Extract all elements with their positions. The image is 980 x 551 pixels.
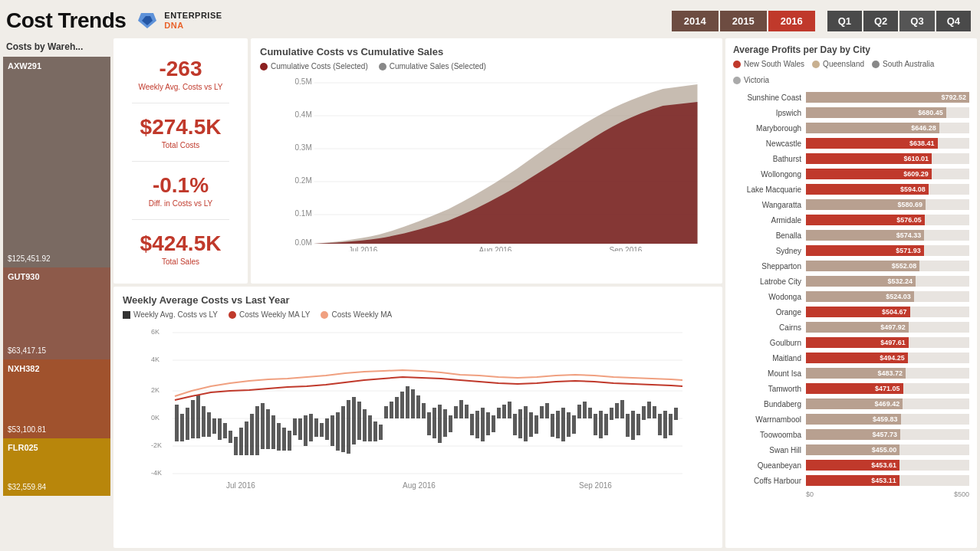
bar-row: Bathurst $610.01 <box>733 152 969 166</box>
quarter-btn-Q2[interactable]: Q2 <box>863 11 898 31</box>
warehouse-item-nxh382[interactable]: NXH382 $53,100.81 <box>3 359 110 438</box>
bar-fill: $469.42 <box>806 398 903 409</box>
svg-rect-116 <box>636 414 640 435</box>
svg-rect-50 <box>288 431 291 451</box>
svg-text:Aug 2016: Aug 2016 <box>479 246 512 251</box>
bar-fill: $680.45 <box>806 107 946 118</box>
svg-rect-44 <box>255 406 259 455</box>
bar-fill: $453.61 <box>806 460 899 471</box>
bar-track: $457.73 <box>806 429 969 440</box>
bar-row: Warrnambool $459.83 <box>733 412 969 426</box>
bar-track: $455.00 <box>806 444 969 455</box>
warehouse-item-axw291[interactable]: AXW291 $125,451.92 <box>3 57 110 267</box>
svg-text:0.0M: 0.0M <box>295 238 312 247</box>
bar-row: Wodonga $524.03 <box>733 290 969 303</box>
quarter-filter[interactable]: Q1Q2Q3Q4 <box>827 11 971 31</box>
svg-rect-88 <box>486 412 490 435</box>
svg-text:-2K: -2K <box>151 441 162 449</box>
kpi-total-costs-label: Total Costs <box>140 141 222 149</box>
quarter-btn-Q4[interactable]: Q4 <box>936 11 971 31</box>
kpi-panel: -263 Weekly Avg. Costs vs LY $274.5K Tot… <box>113 38 248 284</box>
bar-track: $594.08 <box>806 184 969 195</box>
bar-row: Bundaberg $469.42 <box>733 397 969 411</box>
svg-rect-78 <box>432 408 436 438</box>
svg-rect-59 <box>331 415 334 446</box>
svg-text:Aug 2016: Aug 2016 <box>403 481 436 490</box>
year-filter[interactable]: 201420152016 <box>672 11 815 31</box>
bar-track: $532.24 <box>806 276 969 287</box>
bar-city-label: Warrnambool <box>733 415 806 424</box>
bar-track: $497.61 <box>806 337 969 348</box>
bar-city-label: Shepparton <box>733 262 806 271</box>
svg-text:0.4M: 0.4M <box>295 110 312 119</box>
bar-row: Benalla $574.33 <box>733 228 969 242</box>
kpi-total-sales: $424.5K Total Sales <box>140 231 222 266</box>
svg-rect-103 <box>567 412 571 437</box>
bar-city-label: Swan Hill <box>733 446 806 454</box>
svg-rect-94 <box>518 409 522 438</box>
year-btn-2016[interactable]: 2016 <box>768 11 815 31</box>
svg-rect-66 <box>368 415 372 441</box>
svg-rect-112 <box>615 403 619 418</box>
kpi-diff-label: Diff. in Costs vs LY <box>149 199 213 208</box>
svg-rect-30 <box>180 414 184 441</box>
svg-rect-108 <box>594 414 597 435</box>
bar-fill: $552.08 <box>806 261 919 271</box>
svg-rect-39 <box>229 431 232 443</box>
header-left: Cost Trends ENTERPRISE DNA <box>6 8 222 33</box>
bar-row: Latrobe City $532.24 <box>733 274 969 288</box>
legend-item: Weekly Avg. Costs vs LY <box>123 310 218 319</box>
center-top: -263 Weekly Avg. Costs vs LY $274.5K Tot… <box>113 38 722 284</box>
svg-text:6K: 6K <box>151 328 159 336</box>
warehouse-item-gut930[interactable]: GUT930 $63,417.15 <box>3 267 110 359</box>
legend-label: Cumulative Sales (Selected) <box>390 62 486 71</box>
bar-row: Maryborough $646.28 <box>733 121 969 135</box>
legend-label: Queensland <box>823 60 864 68</box>
app-title: Cost Trends <box>6 8 126 33</box>
svg-rect-81 <box>449 415 452 432</box>
legend-label: South Australia <box>883 60 934 68</box>
svg-rect-43 <box>250 414 254 455</box>
bar-row: Ipswich $680.45 <box>733 106 969 120</box>
sidebar: Costs by Wareh... AXW291 $125,451.92GUT9… <box>3 38 110 548</box>
bar-track: $524.03 <box>806 291 969 302</box>
bar-fill: $594.08 <box>806 184 929 195</box>
svg-rect-99 <box>545 403 549 418</box>
svg-rect-92 <box>508 402 511 418</box>
weekly-chart-area: 6K 4K 2K 0K -2K -4K <box>123 323 713 494</box>
svg-rect-110 <box>604 414 608 435</box>
legend-label: Weekly Avg. Costs vs LY <box>133 310 218 319</box>
svg-rect-111 <box>610 408 613 420</box>
svg-rect-55 <box>309 414 313 441</box>
svg-rect-74 <box>411 389 415 418</box>
quarter-btn-Q3[interactable]: Q3 <box>899 11 934 31</box>
enterprise-dna-icon <box>135 10 159 31</box>
legend-item: Costs Weekly MA LY <box>229 310 310 319</box>
weekly-chart-legend: Weekly Avg. Costs vs LY Costs Weekly MA … <box>123 310 713 319</box>
year-btn-2014[interactable]: 2014 <box>672 11 719 31</box>
legend-label: Cumulative Costs (Selected) <box>271 62 368 71</box>
bar-track: $574.33 <box>806 230 969 241</box>
bar-city-label: Coffs Harbour <box>733 477 806 485</box>
bar-track: $638.41 <box>806 138 969 149</box>
bar-track: $497.92 <box>806 322 969 333</box>
kpi-diff-value: -0.1% <box>149 173 213 198</box>
quarter-btn-Q1[interactable]: Q1 <box>827 11 862 31</box>
kpi-total-sales-label: Total Sales <box>140 257 222 266</box>
bar-row: Mount Isa $483.72 <box>733 366 969 380</box>
bar-row: Wangaratta $580.69 <box>733 198 969 212</box>
bar-city-label: Sunshine Coast <box>733 93 806 102</box>
svg-text:Sep 2016: Sep 2016 <box>579 481 612 490</box>
year-btn-2015[interactable]: 2015 <box>720 11 767 31</box>
svg-rect-119 <box>653 406 656 418</box>
legend-dot <box>733 61 741 68</box>
bar-fill: $638.41 <box>806 138 938 149</box>
legend-dot <box>872 61 880 68</box>
right-panel: Average Profits per Day by City New Sout… <box>725 38 977 548</box>
legend-item: Costs Weekly MA <box>321 310 392 319</box>
bar-fill: $494.25 <box>806 353 908 363</box>
bar-row: Newcastle $638.41 <box>733 136 969 150</box>
warehouse-item-flr025[interactable]: FLR025 $32,559.84 <box>3 438 110 496</box>
svg-rect-56 <box>314 418 318 437</box>
svg-rect-52 <box>293 418 297 435</box>
